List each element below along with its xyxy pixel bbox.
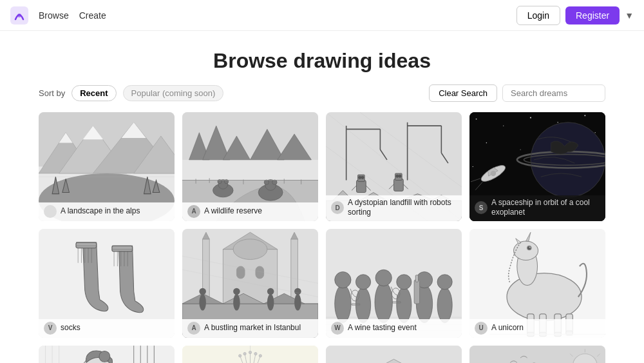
- drawing-card[interactable]: [182, 346, 318, 363]
- svg-point-77: [520, 149, 521, 150]
- drawing-card[interactable]: W A wine tasting event: [326, 229, 462, 338]
- avatar: V: [44, 322, 57, 335]
- sort-popular-button[interactable]: Popular (coming soon): [123, 85, 224, 101]
- card-caption: S A spaceship in orbit of a cool exoplan…: [469, 195, 605, 221]
- svg-point-122: [233, 294, 240, 310]
- svg-point-72: [557, 122, 558, 123]
- svg-point-124: [267, 294, 274, 310]
- svg-point-126: [294, 294, 301, 310]
- chevron-down-icon[interactable]: ▼: [625, 10, 634, 21]
- svg-point-197: [254, 352, 257, 355]
- register-button[interactable]: Register: [565, 6, 620, 25]
- svg-point-138: [397, 274, 412, 289]
- card-caption: A landscape in the alps: [39, 202, 175, 221]
- avatar: W: [331, 322, 344, 335]
- avatar: A: [187, 322, 200, 335]
- caption-text: A unicorn: [491, 323, 524, 333]
- caption-text: socks: [61, 323, 80, 333]
- card-caption: D A dystopian landfill with robots sorti…: [326, 195, 462, 221]
- card-caption: A A wildlife reserve: [182, 202, 318, 221]
- avatar: [44, 205, 57, 218]
- drawing-card[interactable]: A A bustling market in Istanbul: [182, 229, 318, 338]
- page-title: Browse drawing ideas: [39, 49, 605, 73]
- sort-bar: Sort by Recent Popular (coming soon) Cle…: [39, 84, 605, 102]
- svg-point-194: [239, 354, 242, 357]
- svg-rect-114: [256, 266, 264, 279]
- drawing-card[interactable]: A A wildlife reserve: [182, 112, 318, 221]
- drawing-grid: A landscape in the alps: [39, 112, 605, 363]
- login-button[interactable]: Login: [516, 6, 560, 25]
- caption-text: A wildlife reserve: [204, 206, 262, 217]
- drawing-card[interactable]: [469, 346, 605, 363]
- drawing-card[interactable]: [39, 346, 175, 363]
- svg-point-56: [396, 175, 399, 177]
- avatar: S: [475, 201, 488, 214]
- svg-point-156: [529, 246, 531, 248]
- svg-rect-54: [394, 179, 404, 191]
- drawing-card[interactable]: S A spaceship in orbit of a cool exoplan…: [469, 112, 605, 221]
- svg-point-81: [531, 123, 605, 197]
- nav-browse-link[interactable]: Browse: [39, 10, 69, 21]
- svg-point-153: [514, 241, 538, 260]
- drawing-card[interactable]: V socks: [39, 229, 175, 338]
- svg-point-74: [595, 132, 596, 133]
- svg-rect-98: [112, 246, 133, 251]
- svg-point-70: [503, 125, 504, 126]
- svg-point-135: [375, 282, 392, 322]
- svg-point-198: [259, 354, 261, 357]
- card-caption: U A unicorn: [469, 319, 605, 338]
- nav-create-link[interactable]: Create: [79, 10, 106, 21]
- svg-point-134: [355, 274, 370, 289]
- caption-text: A dystopian landfill with robots sorting: [348, 198, 457, 218]
- svg-point-69: [476, 119, 477, 120]
- svg-point-32: [272, 180, 277, 184]
- svg-point-121: [199, 288, 206, 295]
- caption-text: A spaceship in orbit of a cool exoplanet: [491, 198, 600, 218]
- card-caption: A A bustling market in Istanbul: [182, 319, 318, 338]
- svg-point-73: [584, 115, 585, 116]
- drawing-card[interactable]: A landscape in the alps: [39, 112, 175, 221]
- svg-rect-146: [415, 275, 418, 282]
- svg-point-71: [530, 117, 531, 118]
- svg-rect-48: [356, 180, 366, 192]
- sort-right: Clear Search: [429, 84, 605, 102]
- svg-point-50: [359, 176, 361, 179]
- caption-text: A landscape in the alps: [61, 206, 140, 217]
- avatar: A: [187, 205, 200, 218]
- svg-point-195: [243, 352, 246, 355]
- card-caption: V socks: [39, 319, 175, 338]
- avatar: U: [475, 322, 488, 335]
- drawing-card[interactable]: U A unicorn: [469, 229, 605, 338]
- svg-rect-91: [76, 242, 97, 248]
- sort-recent-button[interactable]: Recent: [71, 85, 116, 101]
- svg-point-180: [99, 351, 110, 362]
- avatar: D: [331, 201, 344, 214]
- caption-text: A wine tasting event: [348, 323, 417, 333]
- svg-point-142: [437, 274, 452, 289]
- svg-point-131: [335, 284, 351, 322]
- nav-right: Login Register ▼: [516, 6, 634, 25]
- sort-label: Sort by: [39, 88, 65, 98]
- sort-left: Sort by Recent Popular (coming soon): [39, 85, 223, 101]
- svg-point-120: [199, 294, 206, 310]
- svg-point-1: [17, 14, 21, 17]
- logo-icon[interactable]: [10, 6, 28, 25]
- svg-rect-145: [414, 280, 419, 304]
- svg-point-31: [264, 180, 269, 184]
- drawing-card[interactable]: D A dystopian landfill with robots sorti…: [326, 112, 462, 221]
- caption-text: A bustling market in Istanbul: [204, 323, 301, 333]
- svg-point-112: [233, 239, 267, 260]
- clear-search-button[interactable]: Clear Search: [429, 84, 497, 102]
- navbar: Browse Create Login Register ▼: [0, 0, 644, 31]
- search-input[interactable]: [502, 84, 605, 102]
- card-caption: W A wine tasting event: [326, 319, 462, 338]
- drawing-card[interactable]: [326, 346, 462, 363]
- svg-point-57: [399, 175, 401, 177]
- main-content: Browse drawing ideas Sort by Recent Popu…: [0, 49, 644, 363]
- svg-point-125: [267, 288, 274, 295]
- svg-point-132: [335, 271, 351, 288]
- nav-left: Browse Create: [10, 6, 106, 25]
- svg-point-136: [375, 270, 392, 286]
- svg-point-51: [361, 176, 364, 179]
- svg-point-127: [294, 288, 301, 295]
